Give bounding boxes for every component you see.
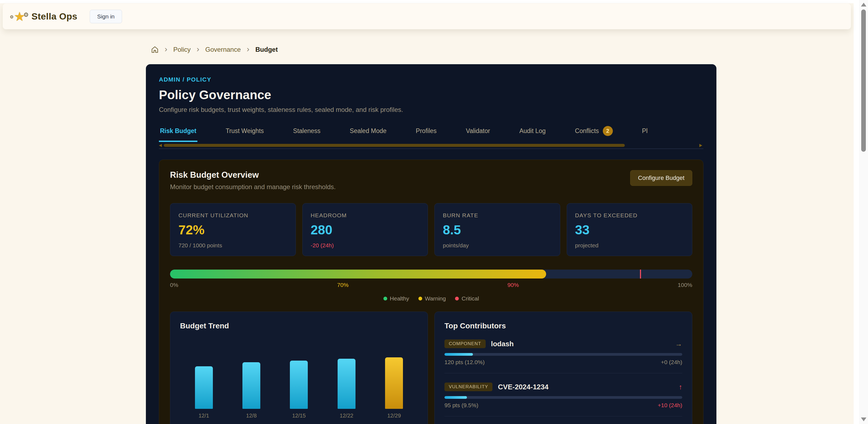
contributor-item[interactable]: VULNERABILITY CVE-2024-1234 ↑ 95 pts (9.… xyxy=(444,383,682,416)
stat-label: BURN RATE xyxy=(443,212,552,219)
page-background: ★ ⚙ ⚙ Stella Ops Sign in › Policy › Gove… xyxy=(0,3,854,424)
budget-progress-track xyxy=(170,269,692,279)
stats-grid: CURRENT UTILIZATION 72% 720 / 1000 point… xyxy=(170,203,692,256)
sign-in-button[interactable]: Sign in xyxy=(90,10,122,23)
trend-bar xyxy=(385,357,403,409)
contributor-bar-track xyxy=(444,353,682,356)
contributor-bar-fill xyxy=(444,396,467,399)
stat-card: HEADROOM 280 -20 (24h) xyxy=(302,203,428,256)
conflicts-count-badge: 2 xyxy=(603,126,613,136)
stat-value: 8.5 xyxy=(443,222,552,237)
contributor-points: 120 pts (12.0%) xyxy=(444,359,485,365)
contributor-type-badge: COMPONENT xyxy=(444,339,486,348)
trend-bar xyxy=(338,359,355,409)
scroll-down-arrow-icon[interactable] xyxy=(861,418,866,421)
tab-horizontal-scrollbar[interactable] xyxy=(159,144,704,147)
breadcrumb-link-policy[interactable]: Policy xyxy=(173,46,191,53)
brand-name: Stella Ops xyxy=(31,11,77,22)
section-eyebrow: ADMIN / POLICY xyxy=(159,76,704,83)
stat-card: BURN RATE 8.5 points/day xyxy=(434,203,560,256)
tab-trust-weights[interactable]: Trust Weights xyxy=(224,126,265,142)
trend-bar xyxy=(195,366,213,409)
configure-budget-button[interactable]: Configure Budget xyxy=(630,170,692,186)
legend-item-healthy: Healthy xyxy=(383,295,409,302)
browser-canvas: ★ ⚙ ⚙ Stella Ops Sign in › Policy › Gove… xyxy=(0,0,859,424)
stat-value: 33 xyxy=(575,222,684,237)
contributor-name: lodash xyxy=(491,340,514,348)
top-contributors-card: Top Contributors COMPONENT lodash → 120 … xyxy=(434,312,692,424)
status-legend: Healthy Warning Critical xyxy=(170,295,692,302)
delta-24h: +10 (24h) xyxy=(658,402,682,409)
breadcrumb-current: Budget xyxy=(255,46,278,53)
stat-label: HEADROOM xyxy=(311,212,420,219)
trend-tick: 12/22 xyxy=(326,413,367,419)
scale-label: 0% xyxy=(170,282,178,288)
stat-sub: -20 (24h) xyxy=(311,242,420,249)
top-bar: ★ ⚙ ⚙ Stella Ops Sign in xyxy=(3,3,851,29)
budget-progress-fill xyxy=(170,269,546,279)
trend-tick: 12/29 xyxy=(374,413,414,419)
page-subtitle: Configure risk budgets, trust weights, s… xyxy=(159,106,704,113)
trend-tick: 12/1 xyxy=(184,413,224,419)
scroll-left-arrow-icon[interactable] xyxy=(159,144,162,147)
trend-bar xyxy=(290,361,308,409)
top-contributors-title: Top Contributors xyxy=(444,322,682,330)
breadcrumb-separator-icon: › xyxy=(247,45,249,54)
critical-threshold-marker xyxy=(640,269,641,279)
breadcrumb-separator-icon: › xyxy=(196,45,199,54)
tab-audit-log[interactable]: Audit Log xyxy=(518,126,547,142)
tab-divider xyxy=(159,149,704,149)
trend-bar xyxy=(242,362,260,409)
stat-sub: points/day xyxy=(443,242,552,249)
trend-arrow: ↑ xyxy=(679,383,682,391)
stat-card: DAYS TO EXCEEDED 33 projected xyxy=(567,203,692,256)
budget-trend-chart xyxy=(180,344,418,409)
trend-tick: 12/15 xyxy=(278,413,319,419)
scale-label: 70% xyxy=(337,282,348,288)
star-mascot-icon: ★ ⚙ ⚙ xyxy=(12,9,27,24)
progress-scale: 0% 70% 90% 100% xyxy=(170,282,692,288)
contributor-type-badge: VULNERABILITY xyxy=(444,383,492,391)
tab-staleness[interactable]: Staleness xyxy=(292,126,321,142)
tab-conflicts[interactable]: Conflicts 2 xyxy=(574,126,614,142)
trend-arrow: → xyxy=(675,340,682,348)
stat-value: 280 xyxy=(311,222,420,237)
stat-label: DAYS TO EXCEEDED xyxy=(575,212,684,219)
budget-trend-card: Budget Trend 12/1 12/8 12/15 12/22 12/29 xyxy=(170,312,428,424)
overview-title: Risk Budget Overview xyxy=(170,170,336,180)
trend-axis-labels: 12/1 12/8 12/15 12/22 12/29 xyxy=(180,413,418,419)
scale-label: 100% xyxy=(678,282,692,288)
stat-value: 72% xyxy=(179,222,287,237)
breadcrumb: › Policy › Governance › Budget xyxy=(151,45,854,54)
scroll-right-arrow-icon[interactable] xyxy=(699,144,702,147)
budget-trend-title: Budget Trend xyxy=(180,322,418,330)
tab-clipped[interactable]: Pl xyxy=(641,126,649,142)
overview-subtitle: Monitor budget consumption and manage ri… xyxy=(170,183,336,191)
tab-risk-budget[interactable]: Risk Budget xyxy=(159,126,197,142)
stat-sub: 720 / 1000 points xyxy=(179,242,287,249)
stat-card: CURRENT UTILIZATION 72% 720 / 1000 point… xyxy=(170,203,296,256)
divider xyxy=(444,373,682,373)
vertical-scrollbar[interactable] xyxy=(859,0,868,424)
horizontal-scrollbar-thumb[interactable] xyxy=(164,144,625,147)
page-title: Policy Governance xyxy=(159,88,704,102)
stat-sub: projected xyxy=(575,242,684,249)
contributor-item[interactable]: COMPONENT lodash → 120 pts (12.0%) +0 (2… xyxy=(444,339,682,373)
delta-24h: +0 (24h) xyxy=(661,359,682,365)
breadcrumb-link-governance[interactable]: Governance xyxy=(205,46,241,53)
critical-dot-icon xyxy=(455,297,459,300)
vertical-scrollbar-thumb[interactable] xyxy=(861,9,866,152)
tab-bar: Risk Budget Trust Weights Staleness Seal… xyxy=(159,126,704,142)
tab-sealed-mode[interactable]: Sealed Mode xyxy=(349,126,388,142)
tab-validator[interactable]: Validator xyxy=(465,126,491,142)
warning-dot-icon xyxy=(418,297,422,300)
policy-governance-panel: ADMIN / POLICY Policy Governance Configu… xyxy=(146,64,716,424)
gear-icon: ⚙ xyxy=(23,7,29,23)
legend-item-warning: Warning xyxy=(418,295,446,302)
stat-label: CURRENT UTILIZATION xyxy=(179,212,287,219)
legend-item-critical: Critical xyxy=(455,295,479,302)
gear-icon: ⚙ xyxy=(10,9,13,25)
scroll-up-arrow-icon[interactable] xyxy=(861,3,866,6)
home-icon[interactable] xyxy=(151,46,159,53)
tab-profiles[interactable]: Profiles xyxy=(414,126,438,142)
